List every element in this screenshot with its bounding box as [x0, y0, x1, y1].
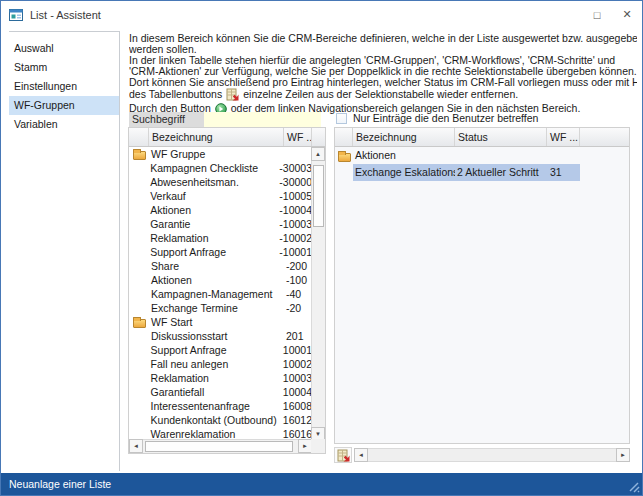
remove-row-button[interactable]: [334, 447, 352, 463]
row-wf-number: -10004: [277, 203, 312, 217]
window-title: List - Assistent: [30, 9, 101, 21]
header-filler: [580, 128, 629, 146]
left-table-header: Bezeichnung WF ...: [129, 128, 325, 147]
row-wf-number: [284, 315, 312, 329]
description-segment: des Tabellenbuttons: [129, 88, 222, 100]
status-bar: Neuanlage einer Liste: [1, 473, 642, 495]
left-table-hscrollbar[interactable]: ◄ ►: [129, 439, 312, 453]
sidebar-item[interactable]: WF-Gruppen: [9, 96, 119, 115]
row-icon-cell: [129, 343, 149, 357]
sidebar-item[interactable]: Einstellungen: [9, 77, 119, 96]
right-table-header: Bezeichnung Status WF ...: [335, 128, 629, 147]
table-row[interactable]: Support Anfrage 10001: [129, 343, 312, 357]
scroll-left-button[interactable]: ◄: [354, 448, 368, 462]
row-icon-cell: [129, 385, 149, 399]
table-row[interactable]: Reklamation 10003: [129, 371, 312, 385]
table-row[interactable]: Kundenkontakt (Outbound) 16012: [129, 413, 312, 427]
sidebar-item[interactable]: Variablen: [9, 115, 119, 134]
row-name: Aktionen: [149, 273, 284, 287]
row-name: Exchange Eskalationsdatum: [353, 164, 455, 181]
header-icon-column[interactable]: [335, 128, 353, 146]
user-filter-checkbox[interactable]: [336, 113, 347, 124]
header-bezeichnung[interactable]: Bezeichnung: [149, 128, 284, 146]
row-name: Garantie: [148, 217, 277, 231]
row-icon-cell: [129, 189, 148, 203]
header-bezeichnung[interactable]: Bezeichnung: [353, 128, 455, 146]
table-row[interactable]: Garantie -10003: [129, 217, 312, 231]
table-row[interactable]: Garantiefall 10004: [129, 385, 312, 399]
row-name: Verkauf: [148, 189, 277, 203]
table-row[interactable]: Verkauf -10005: [129, 189, 312, 203]
wizard-sidebar: Auswahl Stamm Einstellungen WF-Gruppen V…: [9, 31, 120, 471]
scroll-right-button[interactable]: ►: [616, 448, 630, 462]
table-row[interactable]: Abwesenheitsman. -30000: [129, 175, 312, 189]
row-icon-cell: [129, 315, 149, 329]
wf-selection-table: Bezeichnung Status WF ... Aktionen Excha…: [334, 127, 630, 444]
description-line: des Tabellenbuttons einzelne Zeilen aus …: [129, 88, 637, 103]
row-name: WF Gruppe: [149, 147, 284, 161]
sidebar-item[interactable]: Auswahl: [9, 39, 119, 58]
row-wf-number: -10003: [277, 217, 312, 231]
table-row[interactable]: Kampagnen-Management -40: [129, 287, 312, 301]
row-wf-number: -10001: [277, 245, 312, 259]
row-wf-number: -10005: [277, 189, 312, 203]
description-line: Dort können Sie anschließend pro Eintrag…: [129, 77, 637, 88]
table-row[interactable]: Aktionen -100: [129, 273, 312, 287]
header-wf[interactable]: WF ...: [284, 128, 312, 146]
row-name: Reklamation: [148, 231, 277, 245]
row-name: Kampagnen-Management: [149, 287, 284, 301]
header-icon-column[interactable]: [129, 128, 149, 146]
table-row[interactable]: Interessentenanfrage 16008: [129, 399, 312, 413]
title-bar: List - Assistent □ ✕: [1, 1, 642, 28]
table-row[interactable]: Aktionen -10004: [129, 203, 312, 217]
row-wf-number: -30000: [277, 175, 312, 189]
table-row[interactable]: Share -200: [129, 259, 312, 273]
dialog-window: List - Assistent □ ✕ Auswahl Stamm Einst…: [0, 0, 643, 496]
table-row[interactable]: Exchange Termine -20: [129, 301, 312, 315]
row-name: Aktionen: [148, 203, 277, 217]
sidebar-item-label: Variablen: [14, 118, 58, 130]
table-row[interactable]: Kampagnen Checkliste -30003: [129, 161, 312, 175]
header-status[interactable]: Status: [455, 128, 547, 146]
table-row[interactable]: Fall neu anlegen 10002: [129, 357, 312, 371]
table-row[interactable]: WF Gruppe: [129, 147, 312, 161]
search-input[interactable]: [204, 112, 321, 127]
row-name: Interessentenanfrage: [149, 399, 281, 413]
table-row[interactable]: Exchange Eskalationsdatum 2 Aktueller Sc…: [335, 164, 629, 181]
header-wf[interactable]: WF ...: [547, 128, 580, 146]
row-name: Support Anfrage: [148, 245, 277, 259]
row-icon-cell: [129, 259, 149, 273]
sidebar-item-label: Auswahl: [14, 42, 54, 54]
scroll-up-button[interactable]: ▲: [311, 147, 325, 161]
table-row[interactable]: Support Anfrage -10001: [129, 245, 312, 259]
sidebar-item-label: Einstellungen: [14, 80, 77, 92]
description-text: In diesem Bereich können Sie die CRM-Ber…: [129, 33, 637, 117]
table-row[interactable]: Diskussionsstart 201: [129, 329, 312, 343]
resize-grip-icon[interactable]: [628, 481, 640, 493]
maximize-button[interactable]: □: [582, 1, 612, 28]
table-row[interactable]: Aktionen: [335, 147, 629, 164]
row-icon-cell: [129, 161, 148, 175]
row-wf-number: 16008: [281, 399, 312, 413]
row-name: Aktionen: [353, 147, 455, 164]
vscroll-thumb[interactable]: [313, 165, 324, 227]
app-icon: [9, 8, 23, 22]
row-icon-cell: [129, 287, 149, 301]
row-wf-number: -20: [284, 301, 312, 315]
user-filter-label: Nur Einträge die den Benutzer betreffen: [353, 111, 538, 125]
row-icon-cell: [129, 147, 149, 161]
table-row[interactable]: Reklamation -10002: [129, 231, 312, 245]
row-wf-number: 10001: [281, 343, 312, 357]
left-table-vscrollbar[interactable]: ▲ ▼: [311, 147, 325, 441]
sidebar-item[interactable]: Stamm: [9, 58, 119, 77]
close-button[interactable]: ✕: [612, 1, 642, 28]
hscroll-thumb[interactable]: [145, 441, 293, 452]
right-table-hscrollbar[interactable]: ◄ ►: [354, 448, 630, 462]
folder-icon: [338, 153, 351, 162]
scroll-left-button[interactable]: ◄: [129, 439, 143, 453]
folder-icon: [133, 319, 146, 328]
sidebar-item-label: WF-Gruppen: [14, 99, 75, 111]
scroll-right-button[interactable]: ►: [298, 439, 312, 453]
status-text: Neuanlage einer Liste: [9, 478, 111, 490]
table-row[interactable]: WF Start: [129, 315, 312, 329]
